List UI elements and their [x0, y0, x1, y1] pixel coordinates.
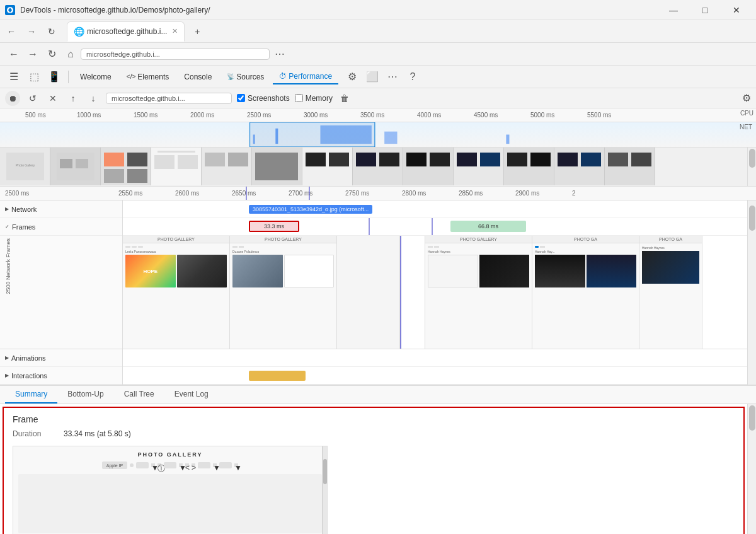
- timeline-scrollbar[interactable]: [747, 200, 756, 385]
- network-bar[interactable]: 30855740301_5133e3942d_o.jpg (microsoft.…: [249, 205, 372, 214]
- save-profile-button[interactable]: ↓: [86, 91, 101, 106]
- more-tools-button[interactable]: ⋯: [384, 68, 401, 86]
- bottom-content: Frame Duration 33.34 ms (at 5.80 s) PHOT…: [0, 404, 756, 534]
- interaction-bar[interactable]: [249, 371, 306, 381]
- frame-screenshot-4[interactable]: PHOTO GALLERY Hannah Haynes: [425, 236, 532, 349]
- cursor-line-2: [309, 187, 310, 200]
- device-button[interactable]: 📱: [45, 68, 63, 86]
- frame-screenshot-2[interactable]: [337, 236, 400, 349]
- frame-screenshot-5[interactable]: PHOTO GA Hannah Hay...: [532, 236, 639, 349]
- load-profile-button[interactable]: ↑: [66, 91, 81, 106]
- preview-scrollbar[interactable]: [322, 446, 327, 534]
- photo-dark: [177, 255, 227, 287]
- svg-rect-37: [480, 153, 500, 166]
- tb-item: [125, 246, 130, 248]
- refresh-button[interactable]: ↻: [43, 23, 60, 40]
- help-button[interactable]: ?: [404, 68, 421, 86]
- minimize-button[interactable]: —: [659, 0, 688, 20]
- browser-tabbar: ← → ↻ 🌐 microsoftedge.github.i... ✕ +: [0, 20, 756, 43]
- perf-settings-button[interactable]: ⚙: [742, 92, 751, 104]
- titlebar: DevTools - microsoftedge.github.io/Demos…: [0, 0, 756, 20]
- back-button[interactable]: ←: [3, 23, 20, 40]
- frame-screenshot-3[interactable]: [400, 236, 425, 349]
- screenshot-9[interactable]: [454, 148, 504, 185]
- screenshots-strip: Photo Gallery: [0, 148, 756, 187]
- time-mark-500: 500 ms: [25, 112, 46, 119]
- cursor-line-1: [246, 187, 247, 200]
- time-mark-4500: 4500 ms: [474, 112, 498, 119]
- dock-button[interactable]: ⬜: [364, 68, 381, 86]
- screenshot-2[interactable]: [101, 148, 151, 185]
- screenshot-10[interactable]: [504, 148, 554, 185]
- devtools-toggle[interactable]: ☰: [5, 68, 23, 86]
- reload-profile-button[interactable]: ↺: [25, 91, 40, 106]
- forward-button[interactable]: →: [23, 23, 40, 40]
- browser-tab-0[interactable]: 🌐 microsoftedge.github.i... ✕: [67, 21, 185, 42]
- new-tab-button[interactable]: +: [188, 23, 206, 40]
- frame-screenshot-0[interactable]: PHOTO GALLERY Leela Panoramawaca HOPE: [123, 236, 230, 349]
- record-button[interactable]: ⏺: [5, 91, 20, 106]
- screenshot-11[interactable]: [554, 148, 605, 185]
- preview-photo-area: [18, 474, 322, 533]
- interactions-row-label[interactable]: ▶ Interactions: [0, 367, 122, 385]
- animations-row-label[interactable]: ▶ Animations: [0, 349, 122, 367]
- tab-console[interactable]: Console: [178, 70, 218, 84]
- thumb-svg-4: [202, 148, 252, 185]
- screenshot-0[interactable]: Photo Gallery: [0, 148, 50, 185]
- overview-chart[interactable]: NET: [0, 122, 756, 148]
- timeline-content: 30855740301_5133e3942d_o.jpg (microsoft.…: [123, 200, 756, 385]
- screenshot-1[interactable]: [50, 148, 101, 185]
- screenshot-5[interactable]: [252, 148, 302, 185]
- screenshot-8[interactable]: [403, 148, 454, 185]
- interactions-label: Interactions: [11, 372, 47, 380]
- home-button[interactable]: ⌂: [62, 45, 79, 63]
- network-triangle: ▶: [5, 206, 9, 212]
- tab-call-tree[interactable]: Call Tree: [114, 386, 164, 403]
- frame-screenshot-1[interactable]: PHOTO GALLERY Duzane Poladenco: [230, 236, 337, 349]
- tab-close-icon[interactable]: ✕: [172, 27, 178, 35]
- tab-bottom-up[interactable]: Bottom-Up: [57, 386, 113, 403]
- frame-bar-1[interactable]: 66.8 ms: [450, 221, 526, 232]
- back-nav-button[interactable]: ←: [5, 45, 23, 63]
- zoomed-time-ruler: 2500 ms 2550 ms 2600 ms 2650 ms 2700 ms …: [0, 187, 756, 200]
- close-button[interactable]: ✕: [722, 0, 751, 20]
- svg-rect-27: [306, 153, 326, 166]
- thumb-content-1: [50, 148, 100, 185]
- screenshots-checkbox[interactable]: Screenshots: [237, 94, 290, 103]
- more-button[interactable]: ⋯: [271, 45, 289, 63]
- forward-nav-button[interactable]: →: [24, 45, 42, 63]
- frame-screenshot-6[interactable]: PHOTO GA Hannah Haynes: [639, 236, 702, 349]
- bottom-panel-scrollbar[interactable]: [747, 404, 756, 534]
- screenshot-6[interactable]: [302, 148, 353, 185]
- strip-scrollbar[interactable]: [747, 148, 756, 186]
- screenshot-3[interactable]: [151, 148, 202, 185]
- screenshot-12[interactable]: [605, 148, 655, 185]
- clear-profile-button[interactable]: ✕: [45, 91, 60, 106]
- screenshot-4[interactable]: [202, 148, 252, 185]
- inspect-button[interactable]: ⬚: [25, 68, 43, 86]
- time-mark-1000: 1000 ms: [77, 112, 101, 119]
- frame-preview-box: PHOTO GALLERY Apple IP ▼ ⓘ ▼ < > ▼ ▼: [13, 446, 328, 534]
- address-bar[interactable]: microsoftedge.github.i...: [81, 49, 270, 60]
- photo-light: [428, 255, 478, 287]
- tab-event-log[interactable]: Event Log: [164, 386, 219, 403]
- strip-scrollbar-thumb: [749, 149, 755, 168]
- memory-checkbox[interactable]: Memory: [295, 94, 333, 103]
- frame-bar-0[interactable]: 33.3 ms: [249, 221, 299, 232]
- timeline-labels: ▶ Network ✓ Frames 2500 Network Frames ▶…: [0, 200, 123, 385]
- tab-summary[interactable]: Summary: [5, 386, 57, 403]
- browser-address-bar: ← → ↻ ⌂ microsoftedge.github.i... ⋯: [0, 43, 756, 66]
- tab-welcome[interactable]: Welcome: [74, 70, 118, 84]
- thumb-svg-7: [353, 148, 403, 185]
- network-row-label[interactable]: ▶ Network: [0, 200, 122, 218]
- screenshot-7[interactable]: [353, 148, 403, 185]
- tab-performance[interactable]: ⏱ Performance: [273, 69, 338, 84]
- frames-row-label[interactable]: ✓ Frames: [0, 218, 122, 236]
- tab-sources[interactable]: 📡 Sources: [220, 70, 270, 84]
- maximize-button[interactable]: □: [690, 0, 719, 20]
- zoom-mark-2600: 2600 ms: [175, 190, 199, 197]
- delete-button[interactable]: 🗑: [340, 93, 349, 103]
- settings-cog-button[interactable]: ⚙: [343, 68, 361, 86]
- tab-elements[interactable]: </> Elements: [120, 70, 176, 84]
- reload-button[interactable]: ↻: [43, 45, 60, 63]
